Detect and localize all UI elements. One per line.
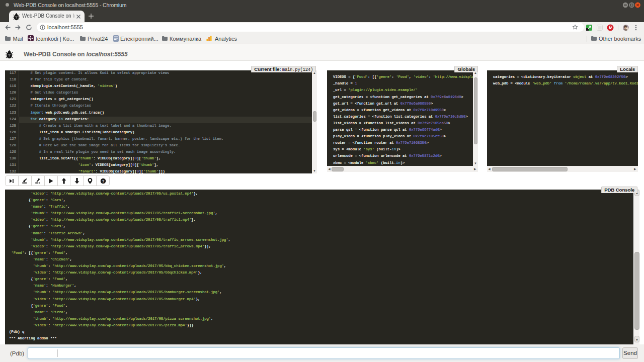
svg-text:?: ?: [102, 178, 104, 183]
